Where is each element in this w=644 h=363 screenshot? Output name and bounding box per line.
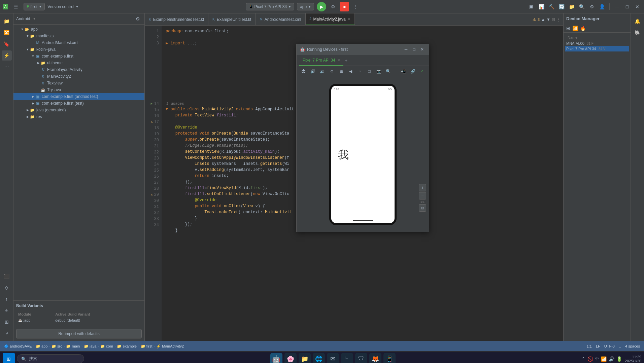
taskbar-app-android2[interactable]: 📱 (383, 353, 396, 363)
volume-up-icon[interactable]: 🔊 (309, 67, 317, 75)
commit-icon[interactable]: 🔀 (2, 28, 12, 38)
run-gutter-icon[interactable]: ▶ (151, 101, 153, 107)
no-cam-icon[interactable]: 🚫 (587, 356, 593, 362)
build-queue-icon[interactable]: ↑ (2, 294, 12, 304)
recents-icon[interactable]: □ (365, 67, 373, 75)
warning-down-icon[interactable]: ▼ (546, 17, 550, 22)
tree-item-framelayout[interactable]: K FramelayoutActivity (13, 66, 144, 73)
zoom-in-button[interactable]: + (419, 184, 426, 191)
warning-up-icon[interactable]: ▲ (541, 17, 545, 22)
popup-add-tab-icon[interactable]: + (345, 58, 347, 63)
taskbar-app-decorative1[interactable]: 🌸 (284, 353, 297, 363)
tree-item-android-test[interactable]: ▶ ▣ com.example.first (androidTest) (13, 93, 144, 100)
run-manager-icon[interactable]: ▣ (527, 3, 535, 11)
start-button[interactable]: ⊞ (3, 353, 15, 363)
panel-dropdown-icon[interactable]: ▼ (33, 17, 36, 21)
version-control-btn[interactable]: Version control ▼ (47, 4, 78, 9)
taskbar-app-mail[interactable]: ✉ (327, 353, 339, 363)
home-icon[interactable]: ○ (356, 67, 364, 75)
tree-item-java-generated[interactable]: ▶ 📁 java (generated) (13, 107, 144, 113)
taskbar-app-files[interactable]: 📁 (299, 353, 311, 363)
popup-maximize-button[interactable]: □ (411, 46, 417, 53)
settings-gear-icon[interactable]: ⚙ (329, 3, 337, 11)
terminal-icon[interactable]: ⬛ (2, 271, 12, 281)
power-icon[interactable]: ⏻ (299, 67, 307, 75)
line-ending[interactable]: LF (596, 344, 600, 348)
tree-item-res[interactable]: ▶ 📁 res (13, 113, 144, 120)
gear-icon[interactable]: ⚙ (588, 3, 596, 11)
diamond-icon[interactable]: ◇ (2, 283, 12, 293)
zoom-toolbar-icon[interactable]: 🔍 (384, 67, 392, 75)
popup-tab-pixel7[interactable]: Pixel 7 Pro API 34 ✕ (299, 55, 343, 66)
reimport-button[interactable]: Re-import with defaults (16, 329, 142, 338)
gear-small-icon[interactable]: ⚙ (134, 15, 142, 23)
run-button[interactable]: ▶ (317, 2, 326, 11)
phone-home-indicator[interactable] (353, 220, 373, 221)
account-icon[interactable]: 👤 (598, 3, 606, 11)
minimize-button[interactable]: ─ (613, 3, 621, 11)
tree-item-test[interactable]: ▶ ▣ com.example.first (test) (13, 100, 144, 107)
git-icon[interactable]: ⑂ (2, 328, 12, 338)
taskbar-app-android[interactable]: 🤖 (270, 353, 282, 363)
maximize-button[interactable]: □ (623, 3, 631, 11)
structure-icon[interactable]: ⚡ (2, 50, 12, 61)
search-icon[interactable]: 🔍 (578, 3, 586, 11)
tree-item-manifests[interactable]: ▼ 📁 manifests (13, 33, 144, 39)
device-selector[interactable]: 📱 Pixel 7 Pro API 34 ▼ (246, 3, 294, 10)
screenshot-icon[interactable]: 📷 (375, 67, 383, 75)
zoom-out-button[interactable]: − (419, 192, 426, 199)
back-icon[interactable]: ◀ (346, 67, 354, 75)
more-tools-icon[interactable]: ⋯ (2, 62, 12, 72)
device-firebase-icon[interactable]: 🔥 (580, 26, 586, 31)
indent-label[interactable]: 4 spaces (625, 344, 640, 348)
stop-button[interactable]: ■ (340, 2, 349, 11)
tab-mainactivity2[interactable]: J MainActivity2.java ✕ (306, 13, 355, 25)
tab-more-icon[interactable]: ⋮ (556, 17, 561, 22)
tab-split-icon[interactable]: ⊟ (552, 17, 555, 22)
input-method-icon[interactable]: 中 (595, 356, 599, 361)
check-icon[interactable]: ✓ (418, 67, 426, 75)
tab-androidmanifest[interactable]: M AndroidManifest.xml (256, 13, 305, 25)
build-icon[interactable]: 🔨 (547, 3, 555, 11)
tree-item-ui-theme[interactable]: ▶ 📁 ui.theme (13, 60, 144, 66)
device-row-1[interactable]: MNA-AL00 31 F (565, 41, 629, 46)
up-arrow-icon[interactable]: ⌃ (581, 356, 585, 362)
device-add-icon[interactable]: ⊞ (566, 26, 570, 31)
popup-close-button[interactable]: ✕ (419, 46, 426, 53)
sync-icon[interactable]: 🔄 (557, 3, 566, 11)
taskbar-app-shield[interactable]: 🛡 (355, 353, 367, 363)
taskbar-app-edge[interactable]: 🌐 (313, 353, 325, 363)
import-collapse-icon[interactable]: ▶ (166, 40, 170, 46)
tree-item-textview[interactable]: K Textview (13, 80, 144, 86)
send-to-phone-icon[interactable]: 📲 (399, 67, 407, 75)
class-collapse-icon[interactable]: ▼ (166, 106, 170, 112)
taskbar-search[interactable]: 🔍 搜索 (17, 354, 84, 363)
tree-item-mainactivity2[interactable]: K MainActivity2 (13, 73, 144, 80)
device-row-2[interactable]: Pixel 7 Pro API 34 34 V (565, 46, 629, 51)
warning-icon[interactable]: ⚠ (2, 305, 12, 316)
screen-record-icon[interactable]: ▦ (337, 67, 345, 75)
popup-minimize-button[interactable]: ─ (403, 46, 409, 53)
rotate-icon[interactable]: ⟲ (328, 67, 336, 75)
battery-icon[interactable]: 🔋 (616, 356, 622, 362)
speaker-icon[interactable]: 🔊 (609, 356, 614, 362)
encoding[interactable]: UTF-8 (604, 344, 615, 348)
close-button[interactable]: ✕ (633, 3, 641, 11)
tab-close-mainactivity[interactable]: ✕ (348, 17, 350, 21)
link-icon[interactable]: 🔗 (409, 67, 417, 75)
profiler-icon[interactable]: 📊 (537, 3, 545, 11)
more-options-icon[interactable]: ⋮ (352, 3, 360, 11)
device-file-icon[interactable]: 📁 (568, 3, 576, 11)
bookmark-icon[interactable]: 🔖 (2, 39, 12, 49)
tree-item-app[interactable]: ▼ 📂 app (13, 26, 144, 33)
taskbar-app-fox[interactable]: 🦊 (369, 353, 381, 363)
project-icon[interactable]: 📁 (2, 16, 12, 26)
hamburger-menu[interactable]: ☰ (11, 2, 21, 12)
tree-item-package-main[interactable]: ▼ ▣ com.example.first (13, 53, 144, 60)
tab-example-instrumented[interactable]: K ExampleInstrumentedTest.kt (145, 13, 208, 25)
fit-screen-button[interactable]: ⊡ (419, 204, 426, 212)
tree-item-androidmanifest[interactable]: M AndroidManifest.xml (13, 39, 144, 46)
device-wifi-icon[interactable]: 📶 (572, 26, 578, 31)
wifi-icon[interactable]: 📶 (601, 356, 607, 362)
popup-tab-close-icon[interactable]: ✕ (337, 58, 340, 62)
